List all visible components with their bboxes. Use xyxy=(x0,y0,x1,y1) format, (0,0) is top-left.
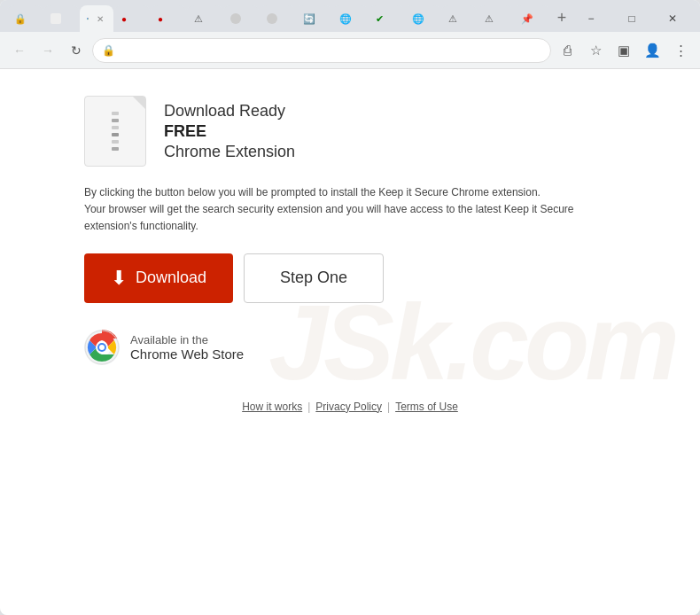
bookmark-button[interactable]: ☆ xyxy=(583,38,608,63)
tab-item-3[interactable]: ● xyxy=(114,5,150,32)
tab-item-13[interactable]: ⚠ xyxy=(478,5,513,32)
privacy-policy-link[interactable]: Privacy Policy xyxy=(315,401,382,413)
tab-item-5[interactable]: ⚠ xyxy=(187,5,222,32)
info-block: Download Ready FREE Chrome Extension xyxy=(84,96,616,167)
new-tab-button[interactable]: + xyxy=(554,5,570,30)
security-icon: 🔒 xyxy=(102,44,115,57)
tab-item-14[interactable]: 📌 xyxy=(514,5,549,32)
svg-point-2 xyxy=(88,19,89,19)
sidebar-button[interactable]: ▣ xyxy=(611,38,636,63)
tab-item-1[interactable]: 🔒 xyxy=(7,5,43,32)
zip-line-5 xyxy=(112,140,119,144)
tab-item-7[interactable] xyxy=(260,5,295,32)
profile-button[interactable]: 👤 xyxy=(640,38,665,63)
tab-item-4[interactable]: ● xyxy=(151,5,186,32)
tab-item-9[interactable]: 🌐 xyxy=(332,5,368,32)
chrome-web-store-label: Chrome Web Store xyxy=(130,346,244,362)
how-it-works-link[interactable]: How it works xyxy=(242,401,302,413)
maximize-button[interactable]: □ xyxy=(611,5,652,32)
forward-button[interactable]: → xyxy=(35,38,60,63)
tab-item-active[interactable]: ✕ xyxy=(80,5,113,32)
tab-item-8[interactable]: 🔄 xyxy=(296,5,331,32)
terms-of-use-link[interactable]: Terms of Use xyxy=(395,401,458,413)
chrome-store-text: Available in the Chrome Web Store xyxy=(130,333,244,362)
zip-line-3 xyxy=(112,126,119,129)
available-in-label: Available in the xyxy=(130,333,244,346)
zip-line-6 xyxy=(112,147,119,151)
zip-line-1 xyxy=(112,112,119,115)
chrome-extension-label: Chrome Extension xyxy=(164,143,295,161)
step-one-button[interactable]: Step One xyxy=(244,253,384,303)
file-icon xyxy=(84,96,146,167)
buttons-row: ⬇ Download Step One xyxy=(84,253,616,303)
download-button[interactable]: ⬇ Download xyxy=(84,253,233,303)
tab-item-11[interactable]: 🌐 xyxy=(405,5,440,32)
toolbar-icons: ⎙ ☆ ▣ 👤 ⋮ xyxy=(555,38,693,63)
separator-1: | xyxy=(307,401,310,413)
minimize-button[interactable]: − xyxy=(571,5,611,32)
file-text-info: Download Ready FREE Chrome Extension xyxy=(164,102,295,161)
tab-item-12[interactable]: ⚠ xyxy=(441,5,477,32)
window-controls: − □ ✕ xyxy=(571,5,693,32)
tab-close-btn[interactable]: ✕ xyxy=(94,12,106,25)
download-arrow-icon: ⬇ xyxy=(111,267,127,290)
chrome-logo-icon xyxy=(84,330,120,365)
footer-links: How it works | Privacy Policy | Terms of… xyxy=(84,383,616,413)
download-ready-label: Download Ready xyxy=(164,102,295,121)
address-bar-row: ← → ↻ 🔒 ⎙ ☆ ▣ 👤 ⋮ xyxy=(0,32,700,69)
chrome-store-block: Available in the Chrome Web Store xyxy=(84,330,616,365)
back-button[interactable]: ← xyxy=(7,38,32,63)
address-bar[interactable]: 🔒 xyxy=(92,38,551,63)
page-content: JSk.com Download Ready FREE xyxy=(0,69,700,615)
tab-item-6[interactable] xyxy=(223,5,259,32)
tab-item-2[interactable] xyxy=(43,5,79,32)
share-button[interactable]: ⎙ xyxy=(555,38,579,63)
zip-line-4 xyxy=(112,133,119,136)
chrome-favicon-icon xyxy=(87,12,89,25)
separator-2: | xyxy=(387,401,390,413)
reload-button[interactable]: ↻ xyxy=(64,38,89,63)
menu-button[interactable]: ⋮ xyxy=(668,38,693,63)
download-button-label: Download xyxy=(136,269,206,287)
zip-line-2 xyxy=(112,119,119,122)
tab-item-10[interactable]: ✔ xyxy=(369,5,404,32)
browser-window: 🔒 ✕ ● ● ⚠ xyxy=(0,0,700,615)
description-text: By clicking the button below you will be… xyxy=(84,184,598,236)
close-window-button[interactable]: ✕ xyxy=(652,5,693,32)
step-one-label: Step One xyxy=(280,269,347,286)
svg-point-8 xyxy=(99,345,105,350)
free-label: FREE xyxy=(164,122,295,141)
main-content: Download Ready FREE Chrome Extension By … xyxy=(66,69,634,431)
tabs-row: 🔒 ✕ ● ● ⚠ xyxy=(0,0,700,32)
